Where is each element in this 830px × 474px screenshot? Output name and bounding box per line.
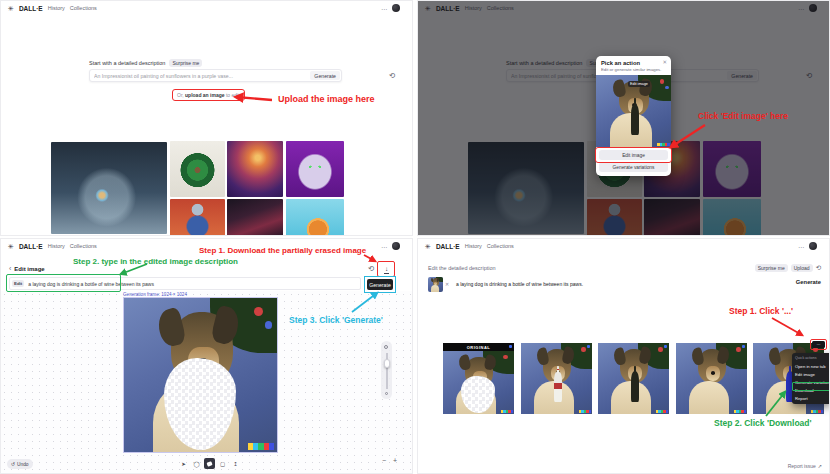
zoom-out-button[interactable]: − — [382, 457, 386, 464]
annotation-step2: Step 2. type in the edited image descrip… — [73, 258, 238, 267]
report-issue-label: Report issue — [788, 463, 816, 469]
gallery-image-fishbowl[interactable] — [51, 142, 167, 234]
annotation-step1: Step 1. Download the partially erased im… — [199, 247, 366, 256]
remove-image-icon[interactable]: ✕ — [445, 281, 449, 287]
undo-icon: ↺ — [11, 462, 15, 467]
report-issue-link[interactable]: Report issue ↗ — [788, 463, 822, 469]
close-icon[interactable]: ✕ — [662, 60, 667, 66]
edit-canvas-image[interactable] — [123, 297, 278, 453]
nav-history[interactable]: History — [465, 243, 482, 249]
gallery-image-furry-monster[interactable] — [286, 141, 344, 197]
menu-item-open-new-tab[interactable]: Open in new tab — [792, 362, 830, 370]
nav-history[interactable]: History — [48, 5, 65, 11]
brush-size-slider[interactable] — [381, 341, 392, 399]
download-icon: ↓ — [385, 266, 388, 273]
menu-item-report[interactable]: Report — [792, 394, 830, 402]
cursor-tooltip-badge: Edit image — [628, 81, 650, 87]
pick-action-modal: Pick an action Edit or generate similar … — [596, 56, 671, 176]
upload-link-suffix: to edit — [226, 92, 240, 98]
menu-header: Quick actions — [792, 355, 830, 362]
prompt-thumbnail — [428, 277, 443, 292]
editor-toolbar: ➤ ◯ ▢ ↥ — [178, 458, 241, 469]
back-chevron-icon[interactable]: ‹ — [9, 265, 11, 272]
generate-variations-button[interactable]: Generate variations — [599, 162, 668, 172]
slider-max-dot — [384, 345, 388, 349]
edit-prompt-value[interactable]: a laying dog is drinking a bottle of win… — [456, 281, 583, 287]
generate-button[interactable]: Generate — [367, 279, 393, 290]
tool-upload-icon[interactable]: ↥ — [230, 458, 241, 469]
dog-image-dark-bottle — [598, 343, 669, 414]
tool-eraser-icon[interactable] — [204, 458, 215, 469]
nav-collections[interactable]: Collections — [70, 5, 97, 11]
gallery-image-orange-slice[interactable] — [286, 199, 344, 236]
gallery-image-dark-landscape[interactable] — [227, 199, 283, 236]
nav-history[interactable]: History — [48, 243, 65, 249]
gallery-image-robot-painting[interactable] — [170, 199, 225, 236]
history-refresh-icon[interactable]: ⟲ — [389, 72, 395, 80]
avatar[interactable] — [392, 242, 400, 250]
brand-title: DALL·E — [436, 243, 460, 250]
annotation-step3: Step 3. Click 'Generate' — [289, 316, 383, 325]
surprise-me-button[interactable]: Surprise me — [169, 59, 202, 67]
result-thumbnail-3[interactable] — [676, 343, 747, 414]
edit-prompt-bar: Edit — [9, 277, 361, 290]
history-refresh-icon[interactable]: ⟲ — [816, 264, 821, 272]
result-thumbnail-original[interactable]: ORIGINAL — [443, 343, 514, 414]
prompt-input-bar: Generate — [89, 69, 342, 82]
modal-preview-image: Edit image — [596, 75, 671, 147]
edit-prompt-input[interactable] — [26, 281, 360, 287]
dog-image-plain — [676, 343, 747, 414]
avatar[interactable] — [392, 4, 400, 12]
upload-link[interactable]: upload an image — [185, 92, 224, 98]
panel-edit-results: ✳ DALL·E History Collections ⋯ Edit the … — [417, 238, 830, 474]
quick-actions-menu: Quick actions Open in new tab Edit image… — [792, 353, 830, 404]
upload-image-link-annotated[interactable]: Or, upload an image to edit — [172, 89, 245, 101]
download-button[interactable]: ↓ — [380, 263, 393, 275]
breadcrumb-label: Edit image — [14, 266, 44, 272]
tool-cursor-icon[interactable]: ➤ — [178, 458, 189, 469]
more-menu-icon[interactable]: ⋯ — [798, 243, 804, 250]
generate-button[interactable]: Generate — [796, 279, 821, 285]
undo-button[interactable]: ↺ Undo — [7, 459, 33, 469]
slider-handle[interactable] — [384, 359, 390, 368]
surprise-me-button[interactable]: Surprise me — [755, 264, 788, 272]
result-thumbnail-1[interactable] — [521, 343, 592, 414]
dog-image-erased — [443, 351, 514, 414]
breadcrumb[interactable]: ‹ Edit image — [9, 265, 45, 272]
app-header: ✳ DALL·E History Collections ⋯ — [1, 1, 412, 15]
edit-image-button[interactable]: Edit image — [599, 150, 668, 160]
prompt-input[interactable] — [90, 73, 309, 79]
more-menu-icon[interactable]: ⋯ — [381, 5, 387, 12]
annotation-upload-here: Upload the image here — [278, 95, 375, 105]
flag-icon — [664, 345, 667, 348]
menu-item-download[interactable]: Download — [792, 386, 830, 394]
modal-title: Pick an action — [601, 60, 666, 66]
result-thumbnail-2[interactable] — [598, 343, 669, 414]
avatar[interactable] — [809, 242, 817, 250]
more-options-button[interactable]: ⋯ — [812, 341, 825, 348]
upload-button[interactable]: Upload — [791, 264, 813, 272]
gallery-image-space-painting[interactable] — [227, 141, 283, 197]
dog-image-white-bottle — [521, 343, 592, 414]
menu-item-edit-image[interactable]: Edit image — [792, 370, 830, 378]
zoom-in-button[interactable]: + — [393, 457, 397, 464]
dalle-logo-icon: ✳ — [8, 243, 14, 250]
more-menu-icon[interactable]: ⋯ — [381, 243, 387, 250]
annotation-step1: Step 1. Click '...' — [729, 307, 793, 316]
panel-dalle-home: ✳ DALL·E History Collections ⋯ ⟲ Start w… — [0, 0, 413, 236]
brand-title: DALL·E — [19, 5, 43, 12]
external-link-icon: ↗ — [818, 463, 822, 469]
modal-header: Pick an action Edit or generate similar … — [596, 56, 671, 75]
nav-collections[interactable]: Collections — [487, 243, 514, 249]
nav-collections[interactable]: Collections — [70, 243, 97, 249]
generate-button[interactable]: Generate — [310, 71, 340, 80]
panel-pick-action: ✳ DALL·E History Collections ⋯ ⟲ Start w… — [417, 0, 830, 236]
gallery-image-avocado-chair[interactable] — [170, 141, 225, 197]
history-refresh-icon[interactable]: ⟲ — [368, 265, 374, 273]
edit-description-label: Edit the detailed description — [428, 265, 496, 271]
menu-item-generate-variations[interactable]: Generate variations — [792, 378, 830, 386]
slider-min-dot — [385, 392, 388, 395]
tool-pan-icon[interactable]: ◯ — [191, 458, 202, 469]
original-label: ORIGINAL — [443, 343, 514, 351]
tool-frame-icon[interactable]: ▢ — [217, 458, 228, 469]
